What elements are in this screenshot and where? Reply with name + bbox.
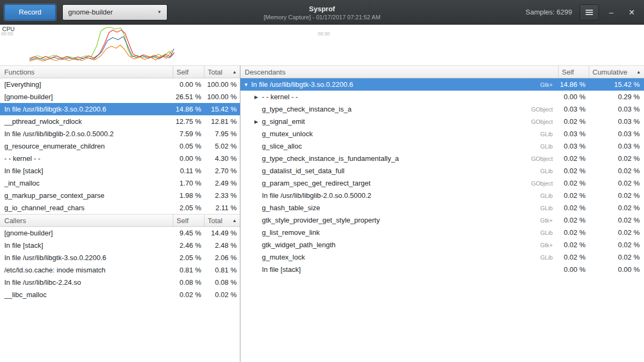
cell-total-percent: 4.30 %: [204, 154, 240, 162]
descendants-row[interactable]: gtk_style_provider_get_style_propertyGtk…: [240, 214, 644, 226]
descendants-row[interactable]: ▶- - kernel - -0.00 %0.29 %: [240, 91, 644, 103]
cell-function-name: - - kernel - -: [262, 93, 298, 101]
cell-total-percent: 100.00 %: [204, 93, 240, 101]
cell-self-percent: 26.51 %: [173, 93, 204, 101]
cell-function-name: In file /usr/lib/libgtk-3.so.0.2200.6: [0, 105, 173, 113]
cell-self-percent: 1.70 %: [173, 179, 204, 187]
expander-icon[interactable]: ▼: [244, 82, 251, 87]
descendants-row[interactable]: g_mutex_lockGLib0.02 %0.02 %: [240, 251, 644, 263]
column-header-total[interactable]: Total ▲: [204, 66, 240, 78]
functions-table-header: Functions Self Total ▲: [0, 65, 240, 78]
cell-total-percent: 7.95 %: [204, 130, 240, 138]
cell-self-percent: 0.02 %: [558, 117, 589, 125]
descendants-row[interactable]: In file [stack]0.00 %0.00 %: [240, 263, 644, 276]
cell-self-percent: 2.05 %: [173, 254, 204, 262]
cell-function-name: In file /usr/lib/libglib-2.0.so.0.5000.2: [0, 130, 173, 138]
cell-self-percent: 1.98 %: [173, 191, 204, 200]
functions-row[interactable]: __pthread_rwlock_rdlock12.75 %12.81 %: [0, 115, 240, 128]
descendants-row[interactable]: g_param_spec_get_redirect_targetGObject0…: [240, 177, 644, 189]
cell-self-percent: 0.00 %: [173, 80, 204, 88]
cell-function-name: g_datalist_id_set_data_full: [262, 167, 345, 175]
functions-row[interactable]: In file [stack]0.11 %2.70 %: [0, 165, 240, 177]
descendants-row[interactable]: g_slice_allocGLib0.03 %0.03 %: [240, 140, 644, 152]
cell-self-percent: 0.02 %: [558, 204, 589, 212]
minimize-button[interactable]: –: [603, 4, 619, 20]
descendants-row[interactable]: gtk_widget_path_lengthGtk+0.02 %0.02 %: [240, 239, 644, 251]
cell-library: GLib: [521, 230, 558, 236]
functions-table-body: [Everything]0.00 %100.00 %[gnome-builder…: [0, 78, 240, 214]
cell-function-name: - - kernel - -: [0, 154, 173, 162]
cell-total-percent: 5.02 %: [204, 142, 240, 150]
cell-self-percent: 0.03 %: [558, 105, 589, 113]
cell-self-percent: 0.02 %: [173, 291, 204, 299]
cell-self-percent: 2.46 %: [173, 241, 204, 249]
functions-row[interactable]: g_markup_parse_context_parse1.98 %2.33 %: [0, 189, 240, 202]
callers-row[interactable]: __libc_malloc0.02 %0.02 %: [0, 289, 240, 301]
descendants-row[interactable]: In file /usr/lib/libglib-2.0.so.0.5000.2…: [240, 189, 644, 202]
column-header-total-label: Total: [208, 68, 222, 76]
cell-function-name: In file [stack]: [0, 167, 173, 175]
cell-self-percent: 0.02 %: [558, 253, 589, 261]
cell-function-name: [Everything]: [0, 80, 173, 88]
cell-cumulative-percent: 0.02 %: [589, 167, 644, 175]
column-header-self[interactable]: Self: [173, 66, 204, 78]
descendants-row[interactable]: g_list_remove_linkGLib0.02 %0.02 %: [240, 226, 644, 239]
record-button[interactable]: Record: [4, 4, 56, 20]
column-header-self[interactable]: Self: [558, 66, 589, 78]
column-header-functions[interactable]: Functions: [0, 66, 173, 78]
functions-row[interactable]: In file /usr/lib/libgtk-3.so.0.2200.614.…: [0, 103, 240, 115]
close-button[interactable]: ✕: [624, 4, 640, 20]
functions-row[interactable]: - - kernel - -0.00 %4.30 %: [0, 152, 240, 165]
column-header-self[interactable]: Self: [173, 215, 204, 226]
cpu-graph[interactable]: CPU 00:00 00:30: [0, 25, 644, 65]
cell-self-percent: 0.00 %: [173, 154, 204, 162]
descendants-row[interactable]: g_mutex_unlockGLib0.03 %0.03 %: [240, 128, 644, 140]
functions-row[interactable]: In file /usr/lib/libglib-2.0.so.0.5000.2…: [0, 128, 240, 140]
cell-cumulative-percent: 0.02 %: [589, 154, 644, 162]
descendants-row[interactable]: g_type_check_instance_is_fundamentally_a…: [240, 152, 644, 165]
cell-cumulative-percent: 0.02 %: [589, 191, 644, 200]
cell-total-percent: 0.08 %: [204, 278, 240, 286]
functions-row[interactable]: [Everything]0.00 %100.00 %: [0, 78, 240, 91]
expander-icon[interactable]: ▶: [254, 119, 262, 124]
cell-self-percent: 14.86 %: [558, 80, 589, 88]
functions-row[interactable]: g_resource_enumerate_children0.05 %5.02 …: [0, 140, 240, 152]
menu-button[interactable]: [580, 4, 599, 20]
cell-function-name: _int_malloc: [0, 179, 173, 187]
descendants-row[interactable]: g_hash_table_sizeGLib0.02 %0.02 %: [240, 202, 644, 214]
sysprof-window: Record gnome-builder ▼ Sysprof [Memory C…: [0, 0, 644, 362]
descendants-row[interactable]: g_type_check_instance_is_aGObject0.03 %0…: [240, 103, 644, 115]
cell-cumulative-percent: 0.02 %: [589, 253, 644, 261]
functions-row[interactable]: g_io_channel_read_chars2.05 %2.11 %: [0, 202, 240, 214]
descendants-row[interactable]: ▶g_signal_emitGObject0.02 %0.03 %: [240, 115, 644, 128]
cell-function-name: g_param_spec_get_redirect_target: [262, 179, 370, 187]
callers-table-header: Callers Self Total ▲: [0, 214, 240, 227]
right-panel: Descendants Self Cumulative ▲ ▼In file /…: [240, 65, 644, 362]
cell-cumulative-percent: 15.42 %: [589, 80, 644, 88]
functions-row[interactable]: [gnome-builder]26.51 %100.00 %: [0, 91, 240, 103]
descendants-table-body: ▼In file /usr/lib/libgtk-3.so.0.2200.6Gt…: [240, 78, 644, 276]
callers-row[interactable]: [gnome-builder]9.45 %14.49 %: [0, 227, 240, 239]
cell-self-percent: 0.05 %: [173, 142, 204, 150]
process-selector[interactable]: gnome-builder ▼: [62, 4, 167, 20]
column-header-total[interactable]: Total ▲: [204, 215, 240, 226]
descendants-row[interactable]: ▼In file /usr/lib/libgtk-3.so.0.2200.6Gt…: [240, 78, 644, 91]
callers-row[interactable]: In file [stack]2.46 %2.48 %: [0, 239, 240, 252]
cell-self-percent: 9.45 %: [173, 229, 204, 237]
cell-function-name: In file /usr/lib/libgtk-3.so.0.2200.6: [251, 80, 353, 88]
cell-library: GObject: [521, 180, 558, 187]
expander-icon[interactable]: ▶: [254, 94, 262, 100]
column-header-callers[interactable]: Callers: [0, 215, 173, 226]
cell-function-name: g_mutex_unlock: [262, 130, 313, 138]
column-header-descendants[interactable]: Descendants: [240, 66, 558, 78]
functions-row[interactable]: _int_malloc1.70 %2.49 %: [0, 177, 240, 189]
cell-cumulative-percent: 0.03 %: [589, 130, 644, 138]
cell-library: GLib: [521, 131, 558, 137]
callers-row[interactable]: In file /usr/lib/libgtk-3.so.0.2200.62.0…: [0, 252, 240, 264]
callers-row[interactable]: /etc/ld.so.cache: inode mismatch0.81 %0.…: [0, 264, 240, 276]
callers-row[interactable]: In file /usr/lib/libc-2.24.so0.08 %0.08 …: [0, 276, 240, 289]
cell-function-name: __libc_malloc: [0, 291, 173, 299]
descendants-row[interactable]: g_datalist_id_set_data_fullGLib0.02 %0.0…: [240, 165, 644, 177]
column-header-cumulative[interactable]: Cumulative ▲: [589, 66, 644, 78]
cell-total-percent: 15.42 %: [204, 105, 240, 113]
